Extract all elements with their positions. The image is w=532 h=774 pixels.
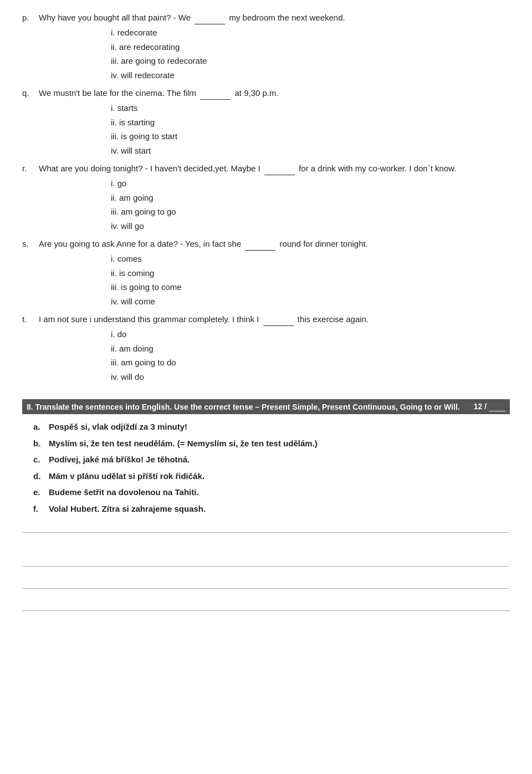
q-text-p: Why have you bought all that paint? - We…: [39, 11, 510, 24]
question-p: p. Why have you bought all that paint? -…: [22, 11, 510, 82]
q-text-q: We mustn't be late for the cinema. The f…: [39, 86, 510, 100]
options-s: i. comes ii. is coming iii. is going to …: [111, 252, 510, 308]
option-q-ii: ii. is starting: [111, 115, 510, 130]
option-p-i: i. redecorate: [111, 26, 510, 40]
option-q-i: i. starts: [111, 101, 510, 115]
answer-line-1: [22, 547, 510, 567]
questions-container: p. Why have you bought all that paint? -…: [22, 11, 510, 384]
section-8-header: 8. Translate the sentences into English.…: [22, 399, 510, 414]
option-r-iv: iv. will go: [111, 219, 510, 233]
question-s: s. Are you going to ask Anne for a date?…: [22, 237, 510, 308]
translate-item-d: d. Mám v plánu udělat si příští rok řidi…: [33, 469, 510, 483]
answer-lines-block: [22, 532, 510, 611]
answer-line-2: [22, 569, 510, 589]
translate-item-c: c. Podívej, jaké má bříško! Je těhotná.: [33, 452, 510, 467]
option-t-iii: iii. am going to do: [111, 355, 510, 370]
blank-r: [264, 166, 295, 176]
q-letter-p: p.: [22, 11, 39, 24]
q-letter-r: r.: [22, 162, 39, 175]
translate-item-a: a. Pospěš si, vlak odjíždí za 3 minuty!: [33, 420, 510, 434]
q-text-t: I am not sure i understand this grammar …: [39, 313, 510, 326]
blank-p: [195, 16, 225, 25]
option-r-ii: ii. am going: [111, 191, 510, 205]
option-q-iv: iv. will start: [111, 144, 510, 158]
option-p-iv: iv. will redecorate: [111, 68, 510, 83]
question-q: q. We mustn't be late for the cinema. Th…: [22, 86, 510, 157]
translate-item-f: f. Volal Hubert. Zítra si zahrajeme squa…: [33, 502, 510, 516]
q-text-s: Are you going to ask Anne for a date? - …: [39, 237, 510, 251]
blank-q: [200, 91, 231, 100]
option-s-iii: iii. is going to come: [111, 280, 510, 294]
translate-item-e: e. Budeme šetřit na dovolenou na Tahiti.: [33, 485, 510, 500]
question-r: r. What are you doing tonight? - I haven…: [22, 162, 510, 233]
blank-s: [245, 242, 275, 251]
translate-item-b: b. Myslím si, že ten test neudělám. (= N…: [33, 436, 510, 451]
translate-items: a. Pospěš si, vlak odjíždí za 3 minuty! …: [33, 420, 510, 516]
option-s-i: i. comes: [111, 252, 510, 266]
option-p-iii: iii. are going to redecorate: [111, 54, 510, 68]
options-t: i. do ii. am doing iii. am going to do i…: [111, 327, 510, 384]
options-p: i. redecorate ii. are redecorating iii. …: [111, 26, 510, 82]
blank-t: [263, 317, 294, 327]
option-t-ii: ii. am doing: [111, 342, 510, 356]
q-letter-t: t.: [22, 313, 39, 326]
options-q: i. starts ii. is starting iii. is going …: [111, 101, 510, 157]
q-text-r: What are you doing tonight? - I haven't …: [39, 162, 510, 175]
option-t-iv: iv. will do: [111, 370, 510, 384]
option-r-iii: iii. am going to go: [111, 205, 510, 219]
option-q-iii: iii. is going to start: [111, 129, 510, 144]
option-p-ii: ii. are redecorating: [111, 40, 510, 54]
options-r: i. go ii. am going iii. am going to go i…: [111, 176, 510, 233]
q-letter-q: q.: [22, 86, 39, 100]
option-t-i: i. do: [111, 327, 510, 342]
section-8-title: 8. Translate the sentences into English.…: [27, 403, 468, 411]
option-s-ii: ii. is coming: [111, 266, 510, 281]
section-8-score: 12 /: [474, 402, 505, 411]
q-letter-s: s.: [22, 237, 39, 251]
option-s-iv: iv. will come: [111, 294, 510, 309]
question-t: t. I am not sure i understand this gramm…: [22, 313, 510, 384]
answer-line-3: [22, 591, 510, 611]
option-r-i: i. go: [111, 176, 510, 191]
